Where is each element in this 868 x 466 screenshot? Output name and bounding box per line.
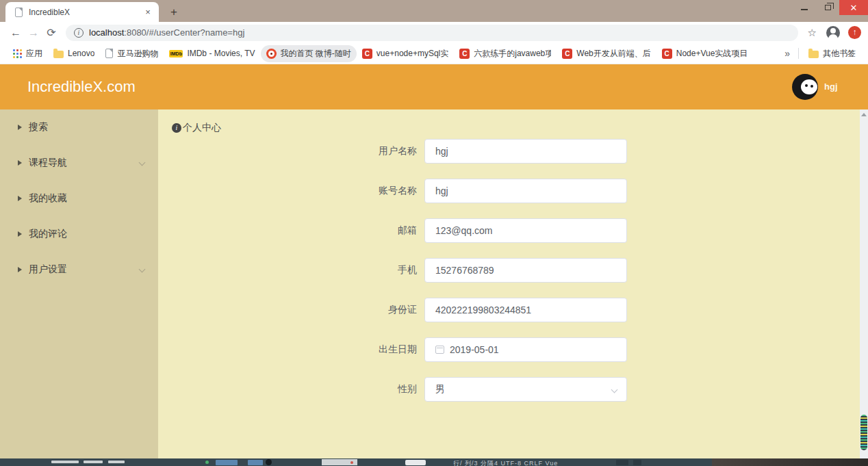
field-value: 15276768789: [435, 265, 494, 276]
page-title: 个人中心: [183, 122, 221, 134]
sidebar-item[interactable]: 搜索: [0, 109, 158, 145]
bookmark-item[interactable]: 我的首页 微博-随时: [261, 45, 357, 62]
restore-button[interactable]: [816, 0, 839, 15]
triangle-right-icon: [18, 125, 22, 130]
sidebar-item[interactable]: 我的收藏: [0, 181, 158, 216]
taskbar-right-segment: [712, 458, 868, 466]
bookmark-star-icon[interactable]: ☆: [808, 27, 817, 39]
back-icon[interactable]: ←: [7, 24, 25, 42]
taskbar-window-preview: [322, 459, 357, 465]
tab-title: IncredibleX: [29, 8, 142, 17]
weibo-icon: [266, 49, 277, 59]
bookmark-item[interactable]: IMDb IMDb - Movies, TV: [164, 46, 260, 61]
field-label: 账号名称: [158, 185, 424, 197]
field-input[interactable]: hgj: [424, 139, 627, 164]
sidebar-item[interactable]: 课程导航: [0, 145, 158, 181]
imdb-icon: IMDb: [169, 50, 183, 57]
field-input[interactable]: 2019-05-01: [424, 337, 627, 362]
bookmark-label: Node+Vue实战项目: [676, 48, 748, 60]
browser-update-icon[interactable]: ↑: [848, 26, 861, 39]
taskbar-fragment: [633, 460, 641, 465]
bookmark-item[interactable]: C Web开发从前端、后: [557, 45, 656, 62]
taskbar-app-icon: [266, 459, 272, 465]
bookmarks-overflow-icon[interactable]: »: [780, 48, 794, 59]
close-window-button[interactable]: ✕: [839, 0, 868, 15]
field-label: 性别: [158, 383, 424, 396]
bookmark-label: vue+node+mySql实: [376, 48, 448, 60]
field-label: 邮箱: [158, 224, 424, 237]
csdn-icon: C: [459, 49, 470, 59]
page-icon: [105, 49, 113, 58]
browser-tab[interactable]: IncredibleX ×: [5, 2, 159, 22]
bookmark-label: 我的首页 微博-随时: [281, 48, 351, 60]
url-host: localhost: [89, 27, 124, 38]
page-scrollbar[interactable]: [860, 109, 868, 458]
bookmark-item[interactable]: C vue+node+mySql实: [357, 45, 454, 62]
tab-favicon-page-icon: [15, 8, 23, 17]
form-row: 邮箱 123@qq.com: [158, 218, 860, 243]
triangle-right-icon: [18, 267, 22, 272]
field-input[interactable]: 男: [424, 377, 627, 402]
field-label: 身份证: [158, 304, 424, 316]
taskbar-fragment: [405, 460, 426, 465]
bookmark-item[interactable]: C 六款练手的javaweb项: [454, 45, 557, 62]
forward-icon[interactable]: →: [25, 24, 42, 42]
page-title-row: i 个人中心: [158, 109, 860, 134]
bookmark-item[interactable]: C Node+Vue实战项目: [656, 45, 754, 62]
field-label: 出生日期: [158, 344, 424, 356]
taskbar-fragment: [108, 461, 125, 463]
form-row: 身份证 420222199803244851: [158, 298, 860, 322]
scroll-up-arrow-icon[interactable]: [861, 113, 867, 116]
csdn-icon: C: [562, 49, 572, 59]
taskbar-fragment: [84, 461, 103, 463]
minimize-button[interactable]: [793, 0, 816, 15]
taskbar-fragment: [616, 460, 628, 465]
field-input[interactable]: 420222199803244851: [424, 298, 627, 322]
url-text[interactable]: localhost:8080/#/userCenter?name=hgj: [89, 27, 244, 38]
field-input[interactable]: hgj: [424, 179, 627, 203]
main-panel: i 个人中心 用户名称 hgj 账号名称 hgj 邮箱 123@qq.com 手…: [158, 109, 860, 458]
site-info-icon[interactable]: i: [74, 28, 84, 38]
bookmark-item[interactable]: 亚马逊购物: [100, 45, 164, 62]
bookmark-item[interactable]: 应用: [7, 45, 48, 62]
sidebar-item-label: 课程导航: [29, 157, 67, 169]
field-value: 男: [435, 383, 445, 396]
apps-grid-icon: [12, 49, 22, 58]
refresh-icon[interactable]: ⟳: [42, 24, 60, 42]
folder-icon: [808, 51, 819, 58]
site-logo[interactable]: IncredibleX.com: [27, 64, 136, 109]
address-bar[interactable]: i localhost:8080/#/userCenter?name=hgj: [66, 25, 798, 41]
tab-close-icon[interactable]: ×: [142, 7, 153, 18]
new-tab-button[interactable]: +: [166, 5, 181, 20]
bookmark-label: 应用: [26, 48, 42, 60]
sidebar-item[interactable]: 用户设置: [0, 252, 158, 287]
field-value: 2019-05-01: [450, 344, 499, 355]
profile-avatar-icon[interactable]: [826, 26, 840, 40]
sidebar-item[interactable]: 我的评论: [0, 216, 158, 252]
field-input[interactable]: 123@qq.com: [424, 218, 627, 243]
taskbar-fragment: [51, 461, 79, 463]
bookmarks-bar: 应用 Lenovo 亚马逊购物 IMDb IMDb - Movies, TV 我…: [0, 43, 868, 64]
header-username[interactable]: hgj: [824, 64, 838, 109]
taskbar-strip: 行/ 列/3 分隔4 UTF-8 CRLF Vue: [0, 458, 868, 466]
field-value: 123@qq.com: [435, 225, 492, 236]
chevron-down-icon: [611, 387, 618, 393]
taskbar-fragment: [205, 461, 209, 464]
bookmark-label: Web开发从前端、后: [576, 48, 650, 60]
form-row: 出生日期 2019-05-01: [158, 337, 860, 362]
site-header: IncredibleX.com hgj: [0, 64, 868, 109]
field-input[interactable]: 15276768789: [424, 258, 627, 283]
scrollbar-thumb[interactable]: [860, 415, 867, 450]
folder-icon: [53, 51, 64, 58]
taskbar-fragment: [216, 460, 238, 465]
info-icon: i: [172, 123, 181, 133]
bookmark-label: 亚马逊购物: [117, 48, 158, 60]
bookmark-label: Lenovo: [68, 49, 94, 58]
browser-toolbar: ← → ⟳ i localhost:8080/#/userCenter?name…: [0, 22, 868, 43]
bookmark-item[interactable]: Lenovo: [48, 46, 100, 61]
other-bookmarks-button[interactable]: 其他书签: [803, 45, 861, 62]
form-row: 性别 男: [158, 377, 860, 402]
bookmark-list: 应用 Lenovo 亚马逊购物 IMDb IMDb - Movies, TV 我…: [7, 45, 753, 62]
user-avatar[interactable]: [792, 74, 818, 100]
form-row: 手机 15276768789: [158, 258, 860, 283]
